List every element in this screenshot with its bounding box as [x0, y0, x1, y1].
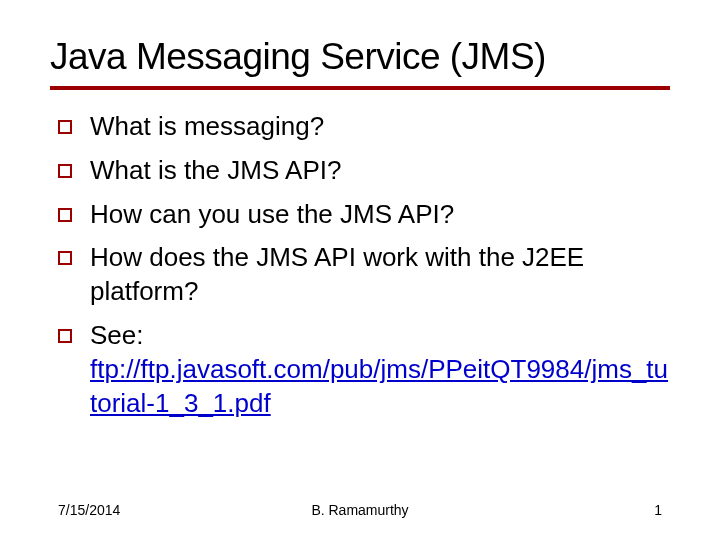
square-bullet-icon: [58, 164, 72, 178]
list-item: How can you use the JMS API?: [58, 198, 670, 232]
title-underline: [50, 86, 670, 90]
square-bullet-icon: [58, 208, 72, 222]
square-bullet-icon: [58, 120, 72, 134]
content-body: What is messaging? What is the JMS API? …: [50, 110, 670, 420]
list-item: How does the JMS API work with the J2EE …: [58, 241, 670, 309]
bullet-text: See: ftp://ftp.javasoft.com/pub/jms/PPei…: [90, 319, 670, 420]
footer: 7/15/2014 B. Ramamurthy 1: [0, 502, 720, 518]
page-title: Java Messaging Service (JMS): [50, 36, 670, 78]
bullet-text: How can you use the JMS API?: [90, 198, 670, 232]
slide: Java Messaging Service (JMS) What is mes…: [0, 0, 720, 540]
square-bullet-icon: [58, 329, 72, 343]
list-item: See: ftp://ftp.javasoft.com/pub/jms/PPei…: [58, 319, 670, 420]
list-item: What is the JMS API?: [58, 154, 670, 188]
footer-date: 7/15/2014: [58, 502, 120, 518]
tutorial-link[interactable]: ftp://ftp.javasoft.com/pub/jms/PPeitQT99…: [90, 354, 668, 418]
list-item: What is messaging?: [58, 110, 670, 144]
bullet-text: What is the JMS API?: [90, 154, 670, 188]
square-bullet-icon: [58, 251, 72, 265]
bullet-text: How does the JMS API work with the J2EE …: [90, 241, 670, 309]
footer-page-number: 1: [654, 502, 662, 518]
see-label: See:: [90, 320, 144, 350]
bullet-text: What is messaging?: [90, 110, 670, 144]
footer-author: B. Ramamurthy: [311, 502, 408, 518]
